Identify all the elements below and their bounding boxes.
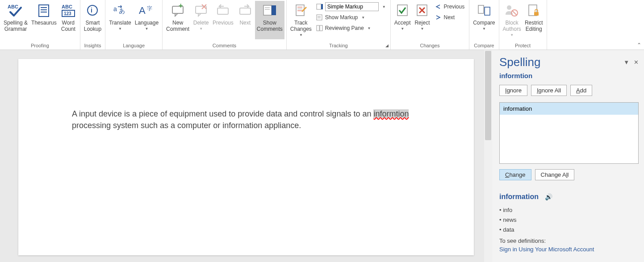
new-comment-icon: + [171,2,185,19]
restrict-editing-label: Restrict Editing [525,20,543,32]
signin-link[interactable]: Sign in Using Your Microsoft Account [499,246,639,253]
reject-label: Reject [414,20,430,26]
group-changes-label: Changes [420,42,439,50]
tracking-dialog-launcher[interactable]: ◢ [385,43,389,48]
svg-line-40 [512,11,517,15]
translate-label: Translate [109,20,131,26]
compare-label: Compare [473,20,495,26]
reject-icon [415,2,429,19]
group-insights-label: Insights [84,42,101,50]
svg-text:A: A [139,5,146,16]
chevron-down-icon: ▼ [145,27,148,31]
document-paragraph[interactable]: A input device is a piece of equipment u… [72,108,420,131]
reviewing-pane-label: Reviewing Pane [325,25,364,31]
language-icon: A字 [139,2,154,19]
synonym-item: data [499,225,639,235]
suggestions-list[interactable]: information [499,102,639,164]
group-compare: Compare ▼ Compare [469,0,499,50]
previous-comment-button[interactable]: Previous [211,1,235,39]
svg-rect-18 [240,8,251,14]
group-tracking: Track Changes ▼ ▼ Show Markup ▼ Reviewin… [287,0,391,50]
chevron-down-icon: ▼ [368,26,371,30]
word-count-label: Word Count [61,20,75,32]
spelling-grammar-button[interactable]: ABC Spelling & Grammar [2,1,29,39]
definition-word: information [499,193,539,201]
svg-rect-33 [320,25,322,31]
new-comment-label: New Comment [166,20,189,32]
next-change-button[interactable]: Next [433,12,466,22]
track-changes-label: Track Changes [290,20,312,32]
show-markup-button[interactable]: Show Markup ▼ [314,12,388,22]
scroll-thumb[interactable] [485,51,491,140]
display-for-review-dropdown[interactable]: ▼ [314,2,388,12]
speaker-icon[interactable]: 🔊 [545,193,552,200]
chevron-down-icon: ▼ [421,27,424,31]
svg-rect-42 [534,12,539,16]
svg-rect-37 [485,7,490,15]
add-button[interactable]: Add [570,85,592,96]
svg-text:a: a [113,5,117,12]
svg-rect-34 [397,5,407,16]
svg-text:字: 字 [147,5,152,12]
svg-rect-20 [272,5,276,15]
thesaurus-button[interactable]: Thesaurus [29,1,59,39]
svg-text:あ: あ [119,7,125,14]
new-comment-button[interactable]: + New Comment [164,1,191,39]
change-button[interactable]: Change [499,169,531,180]
next-comment-button[interactable]: Next [235,1,255,39]
translate-button[interactable]: aあ Translate ▼ [107,1,133,39]
markup-dropdown-input[interactable] [325,2,379,11]
accept-button[interactable]: Accept ▼ [393,1,413,39]
show-markup-label: Show Markup [325,14,358,21]
misspelled-word[interactable]: informtion [373,109,409,118]
restrict-editing-button[interactable]: Restrict Editing [523,1,545,39]
word-count-button[interactable]: ABC123 Word Count [59,1,78,39]
track-changes-button[interactable]: Track Changes ▼ [289,1,314,39]
chevron-down-icon: ▼ [118,27,122,31]
change-all-button[interactable]: Change All [535,169,575,180]
delete-comment-button[interactable]: Delete ▼ [191,1,211,39]
block-authors-button[interactable]: Block Authors ▼ [501,1,523,39]
svg-rect-32 [317,25,319,31]
reject-button[interactable]: Reject ▼ [412,1,432,39]
definitions-prompt: To see definitions: [499,237,639,244]
document-page[interactable]: A input device is a piece of equipment u… [18,59,474,255]
show-markup-icon [316,14,323,21]
ignore-button[interactable]: Ignore [499,85,527,96]
flagged-word: informtion [499,72,639,79]
svg-rect-28 [321,4,323,9]
show-comments-icon [263,2,277,19]
doc-text-before: A input device is a piece of equipment u… [72,109,373,118]
previous-change-button[interactable]: Previous [433,2,466,12]
compare-icon [477,2,491,19]
group-protect-label: Protect [515,42,531,50]
group-language-label: Language [123,42,145,50]
suggestion-item[interactable]: information [500,103,638,115]
group-proofing-label: Proofing [31,42,49,50]
pane-options-button[interactable]: ▼ [623,59,629,66]
group-tracking-label: Tracking [329,42,348,50]
ignore-all-button[interactable]: Ignore All [531,85,567,96]
block-authors-icon [505,2,519,19]
vertical-scrollbar[interactable]: ▴ [484,50,492,262]
group-comments: + New Comment Delete ▼ Previous [163,0,287,50]
spelling-pane: Spelling ▼ ✕ informtion Ignore Ignore Al… [492,50,644,262]
svg-rect-1 [39,5,49,17]
language-button[interactable]: A字 Language ▼ [133,1,160,39]
svg-text:ABC: ABC [62,4,72,9]
reviewing-pane-icon [316,25,323,32]
smart-lookup-button[interactable]: i Smart Lookup [82,1,103,39]
chevron-down-icon: ▼ [382,5,386,9]
show-comments-button[interactable]: Show Comments [255,1,284,39]
group-changes: Accept ▼ Reject ▼ Previous Next [391,0,469,50]
svg-text:i: i [91,7,92,14]
show-comments-label: Show Comments [257,20,283,32]
collapse-ribbon-button[interactable]: ⌃ [637,42,641,48]
smart-lookup-label: Smart Lookup [84,20,101,32]
group-insights: i Smart Lookup Insights [80,0,105,50]
pane-close-button[interactable]: ✕ [634,59,639,66]
reviewing-pane-button[interactable]: Reviewing Pane ▼ [314,23,388,33]
word-count-icon: ABC123 [61,2,75,19]
chevron-down-icon: ▼ [199,27,203,31]
compare-button[interactable]: Compare ▼ [471,1,497,39]
